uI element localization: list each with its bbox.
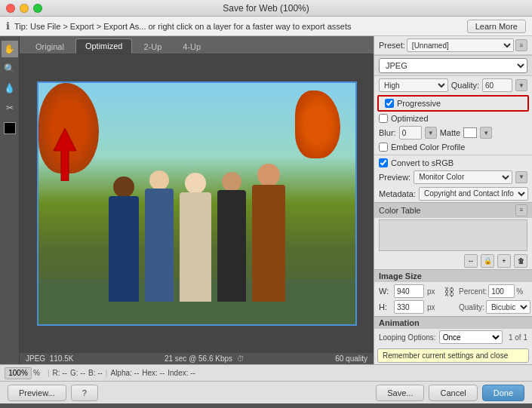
preview-button[interactable]: Preview...: [8, 385, 66, 401]
optimized-row: Optimized: [374, 112, 532, 124]
ct-add-button[interactable]: +: [497, 254, 511, 268]
color-table-area: [379, 219, 527, 251]
done-button[interactable]: Done: [482, 385, 524, 401]
tip-bar: ℹ Tip: Use File > Export > Export As... …: [0, 17, 532, 36]
width-input[interactable]: [394, 284, 424, 298]
height-input[interactable]: [394, 300, 424, 314]
preview-label: Preview:: [379, 173, 411, 182]
image-quality-info: 60 quality: [335, 354, 367, 363]
wh-inputs: W: px H: px: [379, 284, 439, 314]
width-row: W: px: [379, 284, 439, 298]
optimized-checkbox[interactable]: [379, 114, 388, 123]
convert-label: Convert to sRGB: [391, 158, 454, 167]
tools-panel: ✋ 🔍 💧 ✂: [0, 36, 20, 364]
ct-remap-button[interactable]: ↔: [464, 254, 478, 268]
status-bar: % | R: -- G: -- B: -- | Alpha: -- Hex: -…: [0, 364, 532, 381]
remember-tooltip-area: Remember current settings and close: [377, 348, 529, 363]
preset-select[interactable]: [Unnamed]: [407, 38, 514, 52]
compression-select[interactable]: High: [379, 78, 448, 92]
color-table-header: Color Table ≡: [374, 202, 532, 218]
animation-row: Looping Options: Once 1 of 1: [374, 329, 532, 345]
quality-row: Quality: Bicubic: [459, 300, 530, 314]
tab-2up[interactable]: 2-Up: [134, 39, 171, 54]
w-unit: px: [427, 287, 439, 296]
info-icon: ℹ: [6, 20, 10, 32]
zoom-tool[interactable]: 🔍: [2, 60, 18, 77]
close-button[interactable]: [6, 4, 15, 13]
page-count: 1 of 1: [509, 333, 527, 342]
quality-label: Quality:: [451, 81, 479, 90]
tab-original[interactable]: Original: [26, 39, 74, 54]
help-button[interactable]: ?: [71, 385, 98, 401]
bottom-right-buttons: Save... Cancel Done: [376, 385, 524, 401]
embed-label: Embed Color Profile: [391, 143, 465, 152]
person-1: [109, 176, 139, 302]
metadata-label: Metadata:: [379, 189, 416, 198]
foreground-color[interactable]: [4, 122, 16, 134]
color-table-controls: ↔ 🔒 + 🗑: [374, 253, 532, 269]
size-inputs-area: W: px H: px ⛓ Percent: %: [374, 282, 532, 316]
image-format-info: JPEG 110.5K: [26, 354, 73, 363]
format-row: JPEG: [374, 55, 532, 76]
hand-tool[interactable]: ✋: [2, 41, 18, 57]
person-5: [252, 164, 285, 302]
minimize-button[interactable]: [20, 4, 29, 13]
progressive-highlight-box: Progressive: [377, 95, 529, 112]
looping-select[interactable]: Once: [439, 330, 503, 344]
b-value: B: --: [88, 369, 103, 377]
tabs-bar: Original Optimized 2-Up 4-Up: [20, 36, 374, 54]
image-border: [37, 81, 357, 326]
preview-select[interactable]: Monitor Color: [414, 170, 512, 184]
eyedropper-tool[interactable]: 💧: [2, 80, 18, 97]
zoom-input[interactable]: [5, 367, 32, 379]
preset-label: Preset:: [379, 41, 405, 50]
embed-row: Embed Color Profile: [374, 141, 532, 153]
quality-resample-select[interactable]: Bicubic: [486, 300, 530, 314]
optimized-label: Optimized: [391, 114, 429, 123]
preview-row: Preview: Monitor Color ▼: [374, 169, 532, 186]
format-select[interactable]: JPEG: [379, 58, 527, 73]
hex-value: Hex: --: [142, 369, 165, 377]
preset-row: Preset: [Unnamed] ≡: [374, 36, 532, 55]
color-table-menu-button[interactable]: ≡: [515, 204, 527, 216]
percent-input[interactable]: [488, 284, 515, 298]
percent-sign: %: [516, 287, 523, 296]
tab-4up[interactable]: 4-Up: [173, 39, 211, 54]
preset-menu-button[interactable]: ≡: [515, 39, 527, 51]
tab-optimized[interactable]: Optimized: [75, 38, 133, 54]
ct-delete-button[interactable]: 🗑: [514, 254, 527, 268]
looping-label: Looping Options:: [379, 333, 436, 342]
matte-menu-button[interactable]: ▼: [480, 127, 492, 139]
progressive-checkbox[interactable]: [385, 99, 394, 108]
blur-input[interactable]: [399, 126, 422, 140]
matte-swatch[interactable]: [463, 127, 477, 138]
quality-input[interactable]: [482, 78, 512, 92]
image-viewport[interactable]: [20, 54, 374, 353]
image-info-bar: JPEG 110.5K 21 sec @ 56.6 Kbps ⏱ 60 qual…: [20, 353, 374, 364]
embed-checkbox[interactable]: [379, 143, 388, 152]
animation-header: Animation: [374, 316, 532, 329]
slice-tool[interactable]: ✂: [2, 100, 18, 116]
percent-row: Percent: %: [459, 284, 530, 298]
ct-lock-button[interactable]: 🔒: [481, 254, 494, 268]
time-icon: ⏱: [237, 354, 244, 363]
preview-menu-button[interactable]: ▼: [515, 171, 527, 183]
constrain-proportions-icon[interactable]: ⛓: [444, 286, 454, 298]
compression-row: High Quality: ▼: [374, 76, 532, 94]
h-unit: px: [427, 303, 439, 311]
metadata-select[interactable]: Copyright and Contact Info: [419, 187, 528, 201]
quality-menu-button[interactable]: ▼: [515, 79, 527, 91]
person-4: [217, 172, 246, 302]
person-2: [145, 170, 174, 302]
h-label: H:: [379, 302, 391, 311]
save-button[interactable]: Save...: [376, 385, 424, 401]
blur-menu-button[interactable]: ▼: [425, 127, 437, 139]
convert-row: Convert to sRGB: [374, 157, 532, 169]
convert-checkbox[interactable]: [379, 158, 388, 167]
learn-more-button[interactable]: Learn More: [467, 20, 526, 33]
alpha-value: Alpha: --: [110, 369, 139, 377]
height-row: H: px: [379, 300, 439, 314]
maximize-button[interactable]: [33, 4, 42, 13]
cancel-button[interactable]: Cancel: [429, 385, 477, 401]
bottom-bar: Preview... ? Save... Cancel Done: [0, 381, 532, 403]
